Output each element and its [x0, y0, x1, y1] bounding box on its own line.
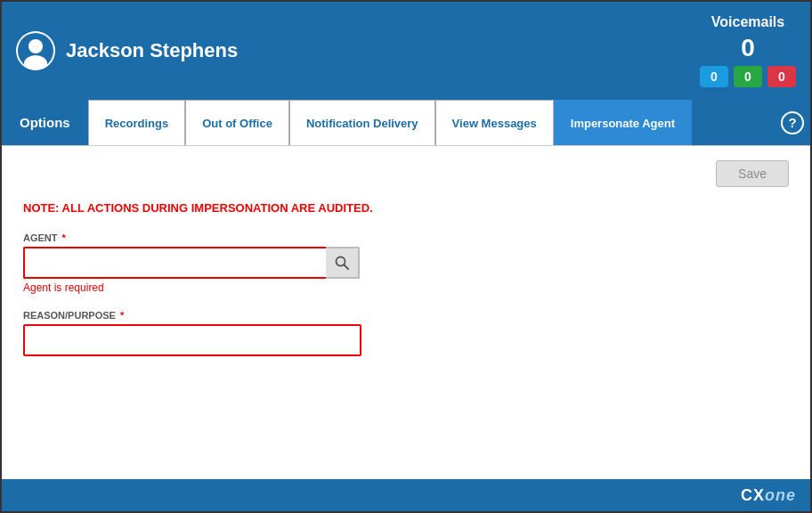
agent-label: AGENT *: [23, 232, 789, 243]
tab-impersonate-agent[interactable]: Impersonate Agent: [554, 100, 692, 145]
help-button[interactable]: ?: [775, 100, 810, 145]
toolbar: Save: [23, 160, 789, 187]
voicemails-count: 0: [741, 36, 755, 61]
user-name: Jackson Stephens: [66, 39, 238, 62]
tab-recordings[interactable]: Recordings: [88, 100, 186, 145]
svg-line-6: [345, 265, 349, 270]
agent-field-group: AGENT * Agent is required: [23, 232, 789, 294]
nav-options-label: Options: [2, 100, 88, 145]
header: Jackson Stephens Voicemails 0 0 0 0: [2, 2, 810, 100]
svg-text:?: ?: [788, 115, 796, 130]
tab-spacer: [692, 100, 775, 145]
tab-view-messages[interactable]: View Messages: [435, 100, 554, 145]
save-button[interactable]: Save: [716, 160, 789, 187]
note-text: NOTE: ALL ACTIONS DURING IMPERSONATION A…: [23, 201, 789, 215]
voicemails-section: Voicemails 0 0 0 0: [700, 2, 796, 100]
search-icon: [335, 256, 349, 270]
header-left: Jackson Stephens: [16, 2, 238, 100]
agent-error-text: Agent is required: [23, 281, 789, 294]
badge-red[interactable]: 0: [767, 66, 796, 87]
footer: CXone: [2, 479, 810, 511]
agent-input[interactable]: [23, 247, 326, 279]
nav-tabs: Options Recordings Out of Office Notific…: [2, 100, 810, 146]
voicemails-label: Voicemails: [711, 14, 784, 30]
reason-field-group: REASON/PURPOSE *: [23, 310, 789, 356]
agent-search-button[interactable]: [326, 247, 360, 279]
main-content: Save NOTE: ALL ACTIONS DURING IMPERSONAT…: [2, 146, 810, 479]
tab-out-of-office[interactable]: Out of Office: [185, 100, 289, 145]
tab-notification-delivery[interactable]: Notification Delivery: [289, 100, 435, 145]
agent-input-row: [23, 247, 789, 279]
badge-green[interactable]: 0: [734, 66, 762, 87]
voicemail-badges: 0 0 0: [700, 66, 796, 87]
cxone-logo: CXone: [741, 486, 796, 505]
reason-input[interactable]: [23, 324, 361, 356]
svg-point-1: [28, 39, 43, 53]
reason-label: REASON/PURPOSE *: [23, 310, 789, 321]
help-icon: ?: [781, 111, 804, 134]
avatar: [16, 31, 55, 70]
badge-blue[interactable]: 0: [700, 66, 728, 87]
